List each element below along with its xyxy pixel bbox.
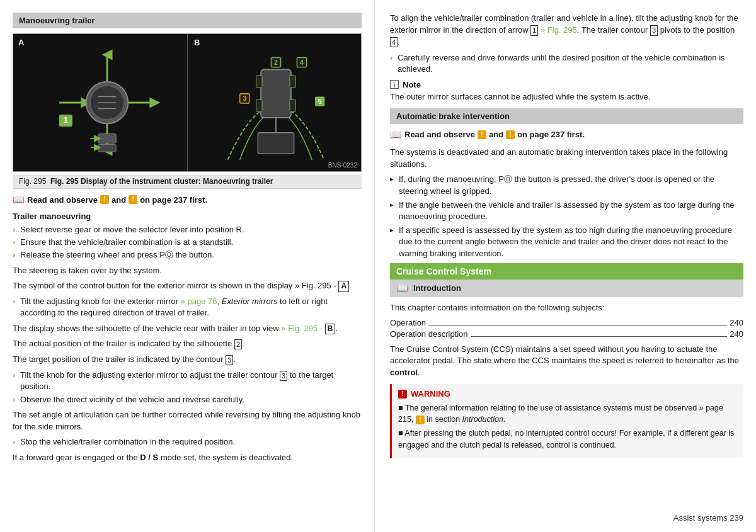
- intro-subpara: This chapter contains information on the…: [390, 302, 743, 314]
- bullet-item: Release the steering wheel and press PⓄ …: [13, 249, 362, 261]
- svg-rect-15: [261, 70, 291, 118]
- warning-box: ! WARNING ■ The general information rela…: [390, 384, 743, 458]
- bullet3-list: Stop the vehicle/trailer combination in …: [13, 436, 362, 448]
- book-icon-left: 📖: [13, 194, 25, 205]
- toc-page-operation: 240: [730, 318, 743, 327]
- figure-caption: Fig. 295 Fig. 295 Display of the instrum…: [13, 174, 362, 189]
- figure-295-image: A B: [13, 33, 362, 172]
- toc-dots-2: [471, 336, 728, 337]
- svg-text:5: 5: [318, 98, 322, 105]
- book-icon-right: 📖: [390, 129, 402, 140]
- trailer-svg: 2 3 4 5: [210, 37, 342, 169]
- right-intro-para: To align the vehicle/trailer combination…: [390, 13, 743, 48]
- read-observe-left: 📖 Read and observe ! and ! on page 237 f…: [13, 194, 362, 205]
- book-icon-intro: 📖: [396, 283, 408, 294]
- para7: If a forward gear is engaged or the D / …: [13, 452, 362, 464]
- warning-bullet-1: ■ The general information relating to th…: [398, 402, 737, 425]
- left-column: Manoeuvring trailer A B: [0, 0, 375, 532]
- bullet-item: Tilt the knob for the adjusting exterior…: [13, 370, 362, 392]
- toc-row-operation: Operation 240: [390, 318, 743, 327]
- auto-brake-section-header: Automatic brake intervention: [390, 108, 743, 124]
- trailer-illustration: 2 3 4 5: [191, 34, 361, 171]
- svg-rect-29: [258, 133, 294, 154]
- figure-caption-text: Fig. 295 Display of the instrument clust…: [50, 177, 273, 186]
- box-2: 2: [234, 339, 242, 349]
- para3: The display shows the silhouette of the …: [13, 323, 362, 335]
- bullet-item: Ensure that the vehicle/trailer combinat…: [13, 237, 362, 248]
- right-bullet1: Carefully reverse and drive forwards unt…: [390, 52, 743, 75]
- intro-subheader: 📖 Introduction: [390, 280, 743, 297]
- note-header: i Note: [390, 80, 743, 89]
- box-3: 3: [226, 355, 233, 365]
- bullets2-list: Tilt the knob for the adjusting exterior…: [13, 370, 362, 405]
- para4: The actual position of the trailer is in…: [13, 338, 362, 350]
- svg-text:1: 1: [64, 116, 68, 125]
- svg-rect-12: [98, 145, 117, 152]
- para2: The symbol of the control button for the…: [13, 280, 362, 292]
- para1: The steering is taken over by the system…: [13, 265, 362, 277]
- toc-dots-1: [428, 325, 727, 325]
- bullet-item: If the angle between the vehicle and tra…: [390, 200, 743, 222]
- svg-rect-17: [290, 76, 296, 88]
- manoeuvring-section-header: Manoeuvring trailer: [13, 13, 362, 28]
- warning-icon-orange-3: !: [478, 130, 486, 139]
- bullet-item: Carefully reverse and drive forwards unt…: [390, 52, 743, 75]
- box-a: A: [338, 281, 349, 292]
- box-b: B: [325, 324, 336, 335]
- box-4-right: 4: [390, 37, 398, 47]
- svg-rect-11: [98, 133, 117, 143]
- knob-illustration: 1: [31, 48, 184, 157]
- auto-brake-para: The systems is deactivated and an automa…: [390, 147, 743, 171]
- toc-label-operation: Operation: [390, 318, 426, 327]
- cruise-control-section-header: Cruise Control System: [390, 263, 743, 280]
- bullet-item: Observe the direct vicinity of the vehic…: [13, 394, 362, 405]
- bullet-item: If, during the manoeuvring, PⓄ the butto…: [390, 174, 743, 196]
- box-3-right: 3: [650, 25, 658, 35]
- svg-rect-18: [256, 99, 262, 111]
- image-label-a: A: [18, 38, 24, 47]
- note-icon: i: [390, 80, 399, 89]
- image-divider: [187, 34, 188, 171]
- read-observe-page: on page 237 first.: [140, 195, 207, 205]
- svg-text:4: 4: [300, 59, 304, 66]
- bullet-item: If a specific speed is assessed by the s…: [390, 225, 743, 259]
- warning-icon-inline: !: [416, 416, 425, 424]
- auto-brake-bullets: If, during the manoeuvring, PⓄ the butto…: [390, 174, 743, 259]
- trailer-manoeuvring-title: Trailer manoeuvring: [13, 212, 362, 221]
- para5: The target position of the trailer is in…: [13, 354, 362, 366]
- box-1-right: 1: [530, 25, 538, 35]
- trailer-bullets-1: Select reverse gear or move the selector…: [13, 224, 362, 261]
- para6: The set angle of articulation can be fur…: [13, 409, 362, 433]
- cruise-para1: The Cruise Control System (CCS) maintain…: [390, 344, 743, 380]
- warning-bullet-2: ■ After pressing the clutch pedal, no in…: [398, 427, 737, 450]
- page-footer: Assist systems 239: [673, 513, 743, 523]
- warning-icon-orange-4: !: [506, 130, 515, 139]
- toc-page-description: 240: [730, 329, 743, 339]
- warning-header: ! WARNING: [398, 389, 737, 399]
- warning-icon-orange-1: !: [100, 195, 109, 204]
- section-title: Manoeuvring trailer: [19, 16, 95, 25]
- toc-label-description: Operation description: [390, 329, 468, 339]
- toc-row-description: Operation description 240: [390, 329, 743, 339]
- bullet2-list: Tilt the adjusting knob for the exterior…: [13, 296, 362, 319]
- bullet-item: Tilt the adjusting knob for the exterior…: [13, 296, 362, 319]
- note-text: The outer mirror surfaces cannot be adju…: [390, 91, 743, 103]
- bullet-item: Stop the vehicle/trailer combination in …: [13, 436, 362, 448]
- warning-content: ■ The general information relating to th…: [398, 402, 737, 451]
- warning-icon-red: !: [398, 390, 407, 399]
- right-column: To align the vehicle/trailer combination…: [375, 0, 756, 532]
- bns-code: BNS-0232: [328, 162, 357, 169]
- svg-text:2: 2: [274, 59, 278, 66]
- bullet-item: Select reverse gear or move the selector…: [13, 224, 362, 235]
- read-observe-label: Read and observe: [27, 195, 98, 205]
- svg-text:3: 3: [243, 94, 246, 102]
- read-observe-right: 📖 Read and observe ! and ! on page 237 f…: [390, 129, 743, 140]
- svg-rect-16: [256, 76, 262, 88]
- svg-rect-19: [290, 99, 296, 111]
- note-box: i Note The outer mirror surfaces cannot …: [390, 80, 743, 103]
- warning-icon-orange-2: !: [129, 195, 137, 204]
- intro-subheader-label: Introduction: [413, 283, 461, 293]
- knob-svg: 1: [47, 43, 167, 162]
